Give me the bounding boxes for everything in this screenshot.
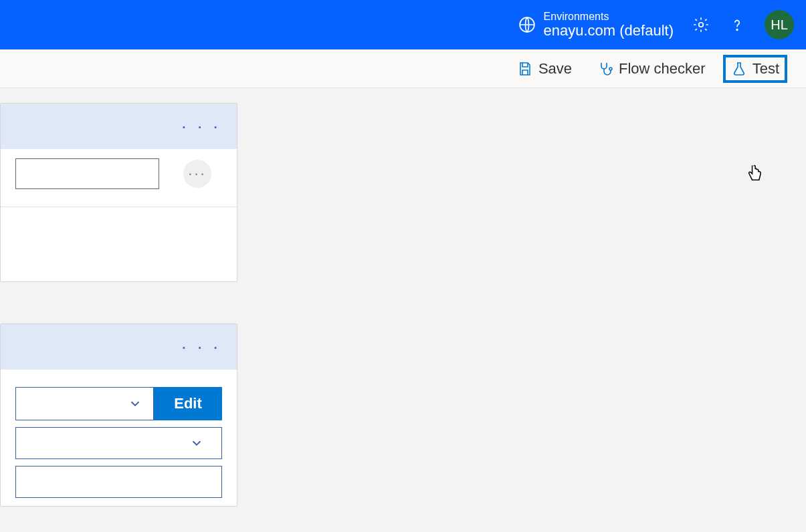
card-2-dropdown[interactable] xyxy=(15,427,222,459)
save-button[interactable]: Save xyxy=(510,56,579,82)
flow-canvas: · · · ··· · · · Edit xyxy=(0,88,806,532)
more-icon[interactable]: · · · xyxy=(181,116,221,137)
environment-picker[interactable]: Environments enayu.com (default) xyxy=(518,11,674,39)
divider xyxy=(1,207,237,207)
more-icon[interactable]: · · · xyxy=(181,336,221,358)
test-button[interactable]: Test xyxy=(724,56,786,82)
svg-point-3 xyxy=(609,68,612,70)
card-1-input[interactable] xyxy=(15,158,159,189)
flow-card-2[interactable]: · · · Edit xyxy=(0,323,237,507)
edit-button[interactable]: Edit xyxy=(154,387,222,420)
environment-name: enayu.com (default) xyxy=(544,23,674,39)
flow-checker-label: Flow checker xyxy=(619,60,706,78)
chevron-down-icon xyxy=(128,396,142,411)
flow-card-1[interactable]: · · · ··· xyxy=(0,103,237,282)
editor-toolbar: Save Flow checker Test xyxy=(0,49,806,88)
environment-text: Environments enayu.com (default) xyxy=(544,11,674,39)
svg-point-2 xyxy=(736,29,738,31)
card-1-body: ··· xyxy=(1,149,237,217)
card-1-header: · · · xyxy=(1,104,237,149)
app-header: Environments enayu.com (default) HL xyxy=(0,0,806,49)
cursor-icon xyxy=(745,163,764,184)
flow-checker-button[interactable]: Flow checker xyxy=(591,56,712,82)
save-icon xyxy=(517,61,533,77)
save-label: Save xyxy=(538,60,572,78)
globe-icon xyxy=(518,16,536,33)
flask-icon xyxy=(731,61,747,77)
avatar-initials: HL xyxy=(771,17,788,33)
ellipsis-button[interactable]: ··· xyxy=(183,160,211,188)
avatar[interactable]: HL xyxy=(765,10,794,39)
stethoscope-icon xyxy=(597,61,613,77)
environment-label: Environments xyxy=(544,11,674,23)
help-icon[interactable] xyxy=(728,16,746,33)
svg-point-1 xyxy=(699,23,704,27)
card-2-select[interactable] xyxy=(15,387,154,420)
test-label: Test xyxy=(752,60,779,78)
gear-icon[interactable] xyxy=(692,16,710,33)
card-2-header: · · · xyxy=(1,324,237,370)
card-2-textbox[interactable] xyxy=(15,466,222,498)
card-2-body: Edit xyxy=(1,370,237,507)
chevron-down-icon xyxy=(189,436,204,450)
